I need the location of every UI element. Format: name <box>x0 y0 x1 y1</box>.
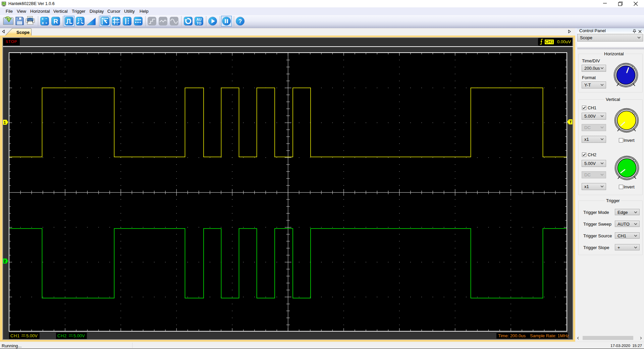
svg-text:−: − <box>45 17 47 20</box>
svg-text:÷: ÷ <box>45 21 47 25</box>
svg-text:1: 1 <box>4 120 6 124</box>
svg-text:T: T <box>569 120 572 124</box>
svg-text:2: 2 <box>4 259 6 263</box>
svg-text:TO: TO <box>197 21 201 25</box>
svg-text:x: x <box>42 21 44 25</box>
svg-text:?: ? <box>238 18 242 24</box>
svg-text:R: R <box>53 18 58 25</box>
svg-text:+: + <box>42 17 44 21</box>
